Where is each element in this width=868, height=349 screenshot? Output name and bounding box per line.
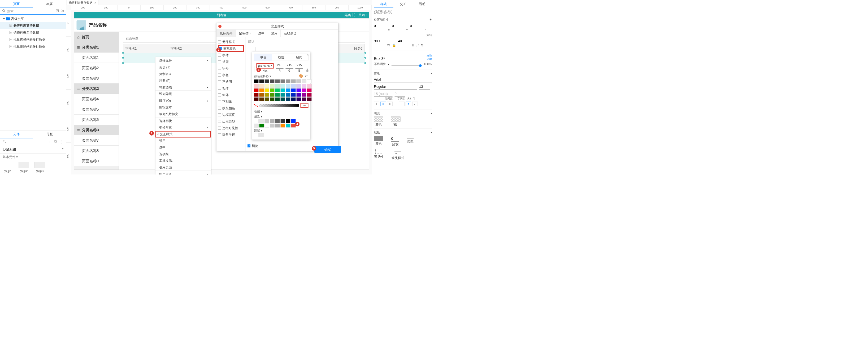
tree-item-0[interactable]: 悬停列表某行数据 — [0, 22, 66, 29]
color-swatch[interactable] — [254, 84, 259, 88]
color-swatch[interactable] — [291, 98, 296, 101]
color-swatch[interactable] — [265, 84, 269, 88]
style-option[interactable]: 下划线 — [218, 98, 244, 105]
color-swatch[interactable] — [297, 93, 301, 97]
b-input[interactable]: 215 — [296, 63, 303, 69]
color-swatch[interactable] — [302, 84, 306, 88]
color-swatch[interactable] — [297, 89, 301, 92]
font-weight-input[interactable] — [374, 84, 417, 90]
context-menu-item[interactable]: 选择元件 — [155, 57, 211, 64]
stroke-color-swatch[interactable] — [374, 136, 383, 141]
tab-masters[interactable]: 母版 — [33, 130, 66, 138]
context-menu-item[interactable]: 交互样式... — [155, 131, 211, 138]
sidebar-item[interactable]: 页面名称5 — [74, 104, 119, 115]
valign-top[interactable]: ⌐ — [399, 102, 405, 106]
tab-widgets[interactable]: 元件 — [0, 130, 33, 138]
checkbox[interactable] — [218, 120, 221, 123]
flip-v-icon[interactable]: ⇅ — [421, 43, 424, 47]
style-update[interactable]: 更新 — [427, 54, 432, 57]
style-option[interactable]: 边框宽度 — [218, 112, 244, 118]
color-swatch[interactable] — [270, 119, 275, 123]
sidebar-item[interactable]: 页面名称1 — [74, 53, 119, 63]
sidebar-item[interactable]: 页面名称2 — [74, 63, 119, 73]
sidebar-item[interactable]: 分类名称1 — [74, 42, 119, 53]
color-swatch[interactable] — [297, 84, 301, 88]
color-swatch[interactable] — [254, 98, 259, 101]
eyedropper-icon[interactable] — [305, 68, 309, 72]
y-input[interactable] — [392, 23, 408, 29]
h-input[interactable] — [398, 38, 414, 44]
text-case-icon[interactable]: Aa — [407, 97, 411, 100]
color-swatch[interactable] — [275, 89, 280, 92]
opacity-slider[interactable] — [259, 104, 299, 107]
color-swatch[interactable] — [254, 80, 259, 83]
g-input[interactable]: 215 — [286, 63, 293, 69]
context-menu-item[interactable]: 选中 — [155, 144, 211, 151]
shape-rect2[interactable]: 矩形2 — [19, 162, 29, 173]
checkbox[interactable] — [218, 127, 221, 130]
style-option[interactable]: 字体 — [218, 52, 244, 59]
style-option[interactable]: 圆角半径 — [218, 131, 244, 138]
color-swatch[interactable] — [259, 119, 264, 123]
color-swatch[interactable] — [281, 89, 285, 92]
color-swatch[interactable] — [302, 93, 306, 97]
line-height-input[interactable] — [374, 91, 393, 97]
color-swatch[interactable] — [259, 93, 264, 97]
color-swatch[interactable] — [254, 119, 259, 123]
stroke-type-icon[interactable] — [407, 138, 414, 138]
style-option[interactable]: 粗体 — [218, 85, 244, 92]
opacity-input[interactable] — [301, 103, 309, 108]
color-swatch[interactable] — [281, 98, 285, 101]
context-menu-item[interactable]: 设为隐藏 — [155, 91, 211, 97]
visibility-icon[interactable]: 👁 — [429, 18, 432, 22]
more-icon[interactable]: ⋮ — [60, 140, 64, 144]
align-center[interactable]: ≡ — [381, 102, 386, 106]
font-family-input[interactable] — [374, 77, 432, 83]
sidebar-item[interactable]: 页面名称9 — [74, 156, 119, 166]
color-swatch[interactable] — [307, 93, 312, 97]
ix-tab[interactable]: 鼠标按下 — [236, 30, 255, 37]
context-menu-item[interactable]: 组合 (G) — [155, 171, 211, 174]
color-swatch[interactable] — [286, 89, 290, 92]
fill-color-swatch[interactable] — [248, 47, 255, 51]
arrow-style-icon[interactable]: → — [395, 151, 401, 155]
checkbox[interactable] — [218, 81, 221, 83]
context-menu-item[interactable]: 填充乱数假文 — [155, 111, 211, 118]
style-option[interactable]: 填充颜色 — [218, 45, 244, 52]
color-swatch[interactable] — [254, 133, 259, 137]
color-swatch[interactable] — [259, 133, 264, 137]
context-menu-item[interactable]: 工具提示... — [155, 158, 211, 164]
valign-bottom[interactable]: ⌐ — [412, 102, 418, 106]
color-swatch[interactable] — [270, 98, 275, 101]
checkbox[interactable] — [218, 40, 221, 43]
color-swatch[interactable] — [307, 98, 312, 101]
color-swatch[interactable] — [254, 89, 259, 92]
tab-interact[interactable]: 交互 — [393, 0, 412, 8]
add-page-icon[interactable] — [56, 9, 59, 13]
copy-icon[interactable] — [54, 140, 57, 144]
ix-tab[interactable]: 获取焦点 — [281, 30, 300, 37]
color-tab-solid[interactable]: 单色 — [254, 54, 272, 61]
visibility-icon[interactable] — [375, 149, 382, 154]
checkbox[interactable] — [218, 100, 221, 103]
color-swatch[interactable] — [302, 89, 306, 92]
sidebar-item[interactable]: 页面名称3 — [74, 73, 119, 84]
no-fill-icon[interactable] — [254, 104, 258, 107]
color-swatch[interactable] — [307, 89, 312, 92]
color-swatch[interactable] — [265, 93, 269, 97]
style-option[interactable]: 不透明 — [218, 78, 244, 85]
color-swatch[interactable] — [291, 80, 296, 83]
color-swatch[interactable] — [265, 80, 269, 83]
checkbox[interactable] — [218, 133, 221, 136]
tab-notes[interactable]: 说明 — [412, 0, 432, 8]
color-swatch[interactable] — [281, 80, 285, 83]
style-option[interactable]: 线段颜色 — [218, 105, 244, 112]
color-swatch[interactable] — [275, 124, 280, 128]
r-input[interactable]: 215 — [276, 63, 284, 69]
style-name[interactable]: Box 3* — [374, 57, 385, 61]
checkbox[interactable] — [218, 94, 221, 97]
color-swatch[interactable] — [265, 119, 269, 123]
isolate-button[interactable]: 隔离 ⛶ — [345, 13, 355, 17]
color-swatch[interactable] — [265, 89, 269, 92]
dialog-close-icon[interactable] — [218, 25, 221, 28]
